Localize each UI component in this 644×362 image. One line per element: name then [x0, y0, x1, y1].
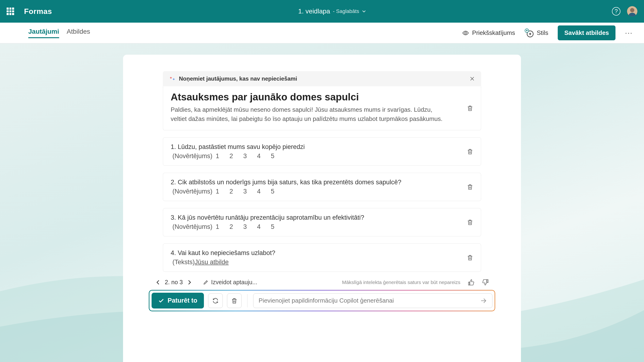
question-meta: (Teksts)Jūsu atbilde	[171, 258, 473, 266]
pencil-icon	[203, 280, 208, 285]
app-header: Formas 1. veidlapa - Saglabāts ?	[0, 0, 644, 22]
ai-disclaimer: Mākslīgā intelekta ģenerētais saturs var…	[342, 280, 460, 285]
app-name: Formas	[24, 7, 52, 16]
copilot-input-wrapper[interactable]	[253, 294, 492, 308]
user-avatar[interactable]	[627, 6, 638, 16]
edit-survey-button[interactable]: Izveidot aptauju...	[203, 279, 257, 286]
app-launcher-icon[interactable]	[6, 8, 14, 15]
question-card-1[interactable]: 1. Lūdzu, pastāstiet mums savu kopējo pi…	[163, 138, 481, 166]
preview-button[interactable]: Priekšskatījums	[462, 29, 515, 37]
form-heading: Atsauksmes par jaunāko domes sapulci	[171, 92, 473, 103]
question-card-2[interactable]: 2. Cik atbilstošs un noderīgs jums bija …	[163, 173, 481, 201]
action-row: Paturēt to	[149, 290, 495, 311]
tab-questions[interactable]: Jautājumi	[28, 28, 59, 38]
canvas-background: Noņemiet jautājumus, kas nav nepieciešam…	[0, 43, 644, 362]
delete-icon[interactable]	[467, 254, 473, 261]
question-text: 3. Kā jūs novērtētu runātāju prezentācij…	[171, 214, 473, 221]
keep-label: Paturēt to	[168, 297, 197, 304]
prev-icon[interactable]	[155, 280, 160, 285]
thumbs-up-icon[interactable]	[468, 279, 474, 286]
edit-survey-label: Izveidot aptauju...	[211, 279, 257, 286]
pager-row: 2. no 3 Izveidot aptauju... Mākslīgā int…	[149, 279, 495, 290]
check-icon	[158, 298, 164, 304]
question-card-4[interactable]: 4. Vai kaut ko nepieciešams uzlabot? (Te…	[163, 244, 481, 272]
delete-icon[interactable]	[467, 219, 473, 226]
form-header-section[interactable]: Atsauksmes par jaunāko domes sapulci Pal…	[163, 86, 481, 130]
form-card: Noņemiet jautājumus, kas nav nepieciešam…	[123, 55, 521, 362]
close-icon[interactable]	[469, 76, 475, 82]
style-label: Stils	[537, 29, 548, 36]
eye-icon	[462, 29, 469, 37]
pager-position: 2. no 3	[165, 279, 183, 286]
more-menu-icon[interactable]: ···	[625, 28, 633, 37]
collect-responses-button[interactable]: Savākt atbildes	[558, 26, 616, 40]
form-title[interactable]: 1. veidlapa	[298, 8, 330, 15]
send-icon[interactable]	[480, 297, 487, 304]
style-icon	[524, 28, 534, 38]
ai-message: Noņemiet jautājumus, kas nav nepieciešam…	[179, 76, 466, 82]
ai-suggestion-bar: Noņemiet jautājumus, kas nav nepieciešam…	[163, 71, 481, 86]
tab-responses[interactable]: Atbildes	[67, 28, 90, 38]
copilot-icon	[169, 76, 176, 82]
chevron-down-icon[interactable]	[362, 10, 366, 13]
question-text: 1. Lūdzu, pastāstiet mums savu kopējo pi…	[171, 143, 473, 150]
regenerate-button[interactable]	[208, 294, 223, 308]
refresh-icon	[212, 298, 219, 304]
question-text: 4. Vai kaut ko nepieciešams uzlabot?	[171, 249, 473, 257]
header-center: 1. veidlapa - Saglabāts	[52, 8, 612, 15]
divider	[247, 294, 248, 307]
delete-icon[interactable]	[467, 184, 473, 190]
saved-status: - Saglabāts	[333, 8, 359, 14]
question-card-3[interactable]: 3. Kā jūs novērtētu runātāju prezentācij…	[163, 208, 481, 236]
help-icon[interactable]: ?	[612, 7, 620, 16]
style-button[interactable]: Stils	[524, 28, 548, 38]
thumbs-down-icon[interactable]	[482, 279, 489, 286]
question-text: 2. Cik atbilstošs un noderīgs jums bija …	[171, 179, 473, 186]
question-meta: (Novērtējums)1 2 3 4 5	[171, 188, 473, 195]
question-meta: (Novērtējums)1 2 3 4 5	[171, 152, 473, 160]
preview-label: Priekšskatījums	[472, 29, 515, 36]
delete-icon[interactable]	[467, 105, 473, 112]
question-meta: (Novērtējums)1 2 3 4 5	[171, 223, 473, 230]
delete-icon[interactable]	[467, 148, 473, 155]
form-description: Paldies, ka apmeklējāt mūsu neseno domes…	[171, 105, 449, 124]
tabs: Jautājumi Atbildes	[28, 28, 90, 38]
next-icon[interactable]	[187, 280, 192, 285]
toolbar: Jautājumi Atbildes Priekšskatījums Stils…	[0, 22, 644, 43]
svg-point-1	[630, 8, 634, 12]
copilot-input[interactable]	[258, 297, 480, 304]
discard-button[interactable]	[227, 294, 242, 308]
keep-button[interactable]: Paturēt to	[152, 293, 204, 308]
trash-icon	[231, 298, 238, 304]
